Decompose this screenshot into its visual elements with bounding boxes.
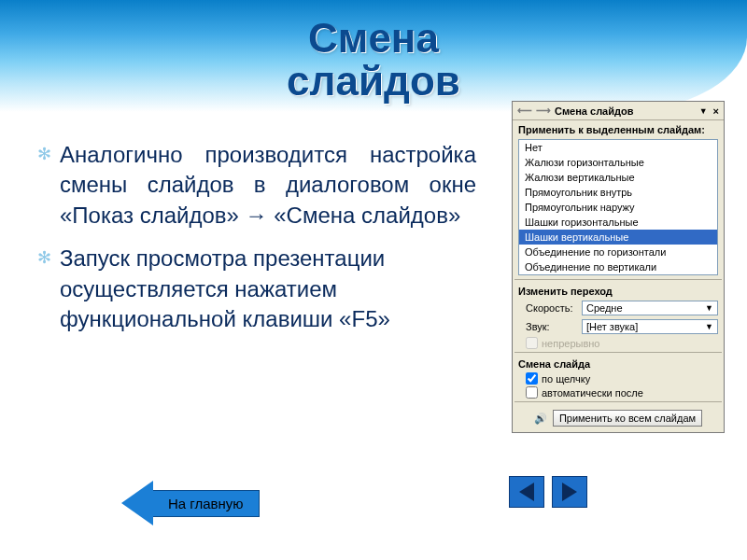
loop-row: непрерывно xyxy=(513,336,724,350)
on-click-checkbox[interactable] xyxy=(526,372,538,385)
transition-option[interactable]: Шашки горизонтальные xyxy=(519,215,717,230)
on-click-label: по щелчку xyxy=(542,373,590,385)
title-line-1: Смена xyxy=(308,15,439,61)
apply-row: 🔊 Применить ко всем слайдам xyxy=(513,404,724,432)
divider xyxy=(514,352,722,353)
transition-option[interactable]: Прямоугольник наружу xyxy=(519,200,717,215)
next-slide-button[interactable] xyxy=(552,476,587,508)
chevron-down-icon: ▼ xyxy=(705,303,713,313)
transition-option-selected[interactable]: Шашки вертикальные xyxy=(519,230,717,245)
sound-label: Звук: xyxy=(526,321,578,332)
divider xyxy=(514,279,722,280)
sound-select[interactable]: [Нет звука] ▼ xyxy=(582,319,718,334)
slide-nav-buttons xyxy=(509,476,587,508)
pane-close-icon[interactable]: × xyxy=(713,105,719,117)
bullet-text: Запуск просмотра презентации осуществляе… xyxy=(60,245,390,331)
transition-option[interactable]: Нет xyxy=(519,140,717,155)
sound-value: [Нет звука] xyxy=(586,321,638,332)
pane-title: Смена слайдов xyxy=(555,105,696,117)
prev-slide-button[interactable] xyxy=(509,476,544,508)
auto-after-checkbox[interactable] xyxy=(526,386,538,399)
modify-transition-label: Изменить переход xyxy=(513,282,724,299)
arrow-left-icon xyxy=(121,481,153,525)
transition-list[interactable]: Нет Жалюзи горизонтальные Жалюзи вертика… xyxy=(518,139,718,275)
loop-label: непрерывно xyxy=(542,338,599,349)
bullet-item: ✻ Запуск просмотра презентации осуществл… xyxy=(37,244,476,334)
pane-forward-icon[interactable]: ⟶ xyxy=(536,105,551,117)
auto-after-row: автоматически после xyxy=(513,385,724,399)
transition-option[interactable]: Прямоугольник внутрь xyxy=(519,185,717,200)
asterisk-icon: ✻ xyxy=(37,251,50,264)
apply-to-all-button[interactable]: Применить ко всем слайдам xyxy=(553,410,702,427)
speed-select[interactable]: Средне ▼ xyxy=(582,301,718,315)
auto-after-label: автоматически после xyxy=(542,387,643,399)
home-link-label: На главную xyxy=(153,490,260,517)
advance-slide-label: Смена слайда xyxy=(513,355,724,371)
chevron-down-icon: ▼ xyxy=(705,322,713,331)
slide-transition-pane: ⟵ ⟶ Смена слайдов ▼ × Применить к выделе… xyxy=(512,101,725,433)
pane-dropdown-icon[interactable]: ▼ xyxy=(699,106,708,116)
transition-option[interactable]: Жалюзи горизонтальные xyxy=(519,155,717,170)
loop-checkbox xyxy=(526,337,538,349)
on-click-row: по щелчку xyxy=(513,371,724,385)
transition-option[interactable]: Объединение по горизонтали xyxy=(519,245,717,259)
triangle-right-icon xyxy=(562,483,577,501)
triangle-left-icon xyxy=(519,483,534,501)
bullet-text: Аналогично производится настройка смены … xyxy=(60,142,476,228)
apply-to-selected-label: Применить к выделенным слайдам: xyxy=(513,120,724,137)
title-line-2: слайдов xyxy=(287,58,460,104)
speed-label: Скорость: xyxy=(526,302,578,314)
asterisk-icon: ✻ xyxy=(37,147,50,161)
page-title: Смена слайдов xyxy=(0,17,747,103)
divider xyxy=(514,401,722,402)
pane-header: ⟵ ⟶ Смена слайдов ▼ × xyxy=(513,102,724,120)
sound-row: Звук: [Нет звука] ▼ xyxy=(513,317,724,336)
speed-value: Средне xyxy=(586,302,623,314)
transition-option[interactable]: Объединение по вертикали xyxy=(519,259,717,274)
bullet-item: ✻ Аналогично производится настройка смен… xyxy=(37,140,476,231)
speed-row: Скорость: Средне ▼ xyxy=(513,299,724,317)
content-area: ✻ Аналогично производится настройка смен… xyxy=(37,140,476,347)
transition-option[interactable]: Жалюзи вертикальные xyxy=(519,170,717,185)
pane-back-icon[interactable]: ⟵ xyxy=(517,105,532,117)
speaker-icon: 🔊 xyxy=(534,413,547,425)
home-link-arrow[interactable]: На главную xyxy=(121,481,260,525)
